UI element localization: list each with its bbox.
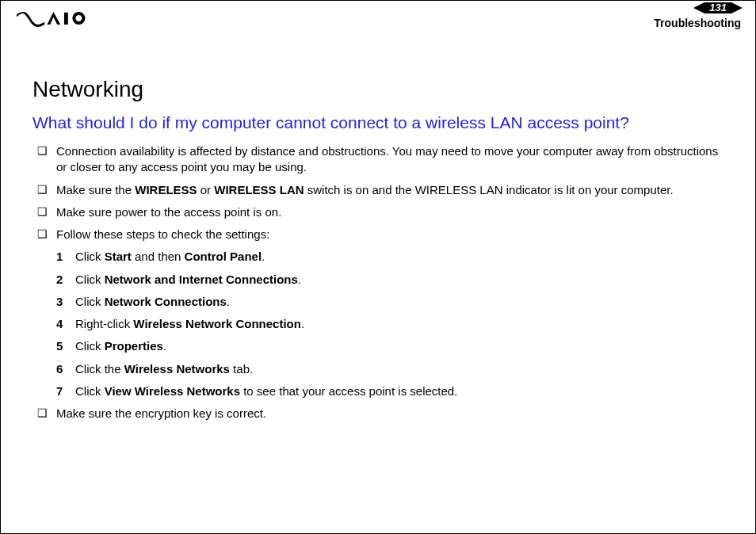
bullet-marker-icon: ❑ [37, 143, 56, 158]
step-number: 5 [56, 338, 75, 354]
step-text: Click View Wireless Networks to see that… [75, 383, 724, 399]
step-number: 6 [56, 361, 75, 377]
bullet-text: Make sure power to the access point is o… [56, 204, 724, 220]
bullet-marker-icon: ❑ [37, 182, 56, 197]
step-item: 5Click Properties. [56, 338, 724, 354]
step-text: Click the Wireless Networks tab. [75, 361, 724, 377]
step-item: 2Click Network and Internet Connections. [56, 272, 724, 288]
bullet-list-after: ❑Make sure the encryption key is correct… [32, 406, 724, 421]
step-text: Click Properties. [75, 338, 724, 354]
next-page-arrow-icon[interactable] [731, 2, 743, 13]
page: 131 Troubleshooting Networking What shou… [0, 0, 756, 534]
step-text: Click Network and Internet Connections. [75, 272, 724, 288]
bullet-marker-icon: ❑ [37, 406, 56, 421]
step-number: 3 [56, 294, 75, 310]
bullet-item: ❑Make sure the WIRELESS or WIRELESS LAN … [37, 182, 724, 198]
step-text: Click Start and then Control Panel. [75, 249, 724, 265]
step-number: 2 [56, 272, 75, 288]
page-number: 131 [704, 2, 731, 13]
bullet-text: Make sure the WIRELESS or WIRELESS LAN s… [56, 182, 724, 198]
header: 131 Troubleshooting [1, 1, 755, 36]
step-text: Right-click Wireless Network Connection. [75, 316, 724, 332]
bullet-list: ❑Connection availability is affected by … [32, 143, 724, 242]
step-text: Click Network Connections. [75, 294, 724, 310]
step-item: 7Click View Wireless Networks to see tha… [56, 383, 724, 399]
bullet-marker-icon: ❑ [37, 204, 56, 219]
bullet-text: Follow these steps to check the settings… [56, 227, 724, 242]
step-item: 4Right-click Wireless Network Connection… [56, 316, 724, 332]
bullet-item: ❑Make sure the encryption key is correct… [37, 406, 724, 421]
step-item: 6Click the Wireless Networks tab. [56, 361, 724, 377]
vaio-logo [17, 9, 93, 31]
bullet-item: ❑Connection availability is affected by … [37, 143, 724, 176]
step-item: 3Click Network Connections. [56, 294, 724, 310]
content: Networking What should I do if my comput… [1, 36, 755, 421]
bullet-text: Make sure the encryption key is correct. [56, 406, 724, 421]
step-item: 1Click Start and then Control Panel. [56, 249, 724, 265]
bullet-item: ❑Make sure power to the access point is … [37, 204, 724, 220]
page-nav: 131 [693, 2, 743, 13]
step-number: 7 [56, 383, 75, 399]
step-number: 4 [56, 316, 75, 332]
question-heading: What should I do if my computer cannot c… [32, 113, 724, 132]
step-number: 1 [56, 249, 75, 265]
bullet-text: Connection availability is affected by d… [56, 143, 724, 176]
section-heading: Networking [32, 77, 724, 102]
numbered-steps: 1Click Start and then Control Panel.2Cli… [32, 249, 724, 399]
bullet-marker-icon: ❑ [37, 227, 56, 242]
breadcrumb: Troubleshooting [654, 17, 741, 29]
bullet-item: ❑Follow these steps to check the setting… [37, 227, 724, 242]
prev-page-arrow-icon[interactable] [693, 2, 704, 13]
svg-rect-0 [64, 13, 68, 25]
